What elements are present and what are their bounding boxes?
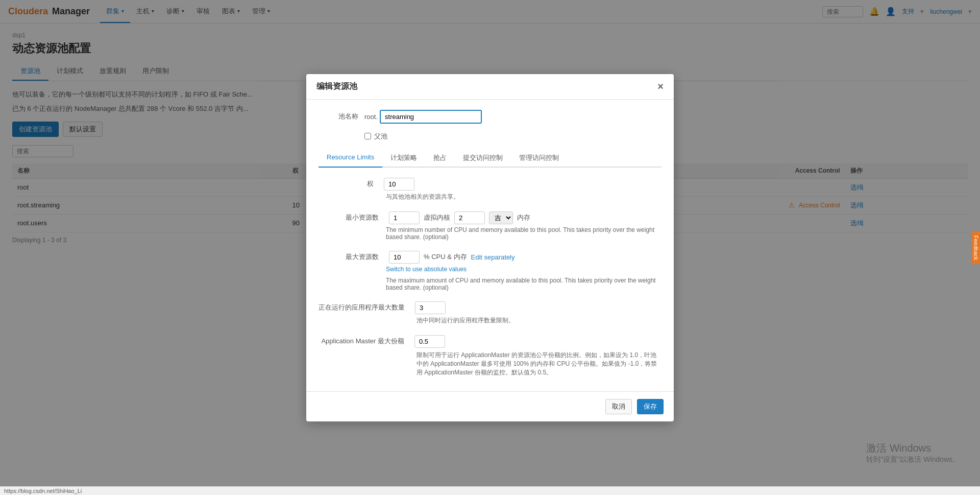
max-resources-row: 最大资源数 % CPU & 内存 Edit separately xyxy=(318,251,662,264)
max-apps-row: 正在运行的应用程序最大数量 xyxy=(318,301,662,314)
modal-footer: 取消 保存 xyxy=(306,391,674,421)
max-resources-desc: The maximum amount of CPU and memory ava… xyxy=(386,277,662,291)
feedback-tab[interactable]: Feedback xyxy=(972,231,980,264)
min-resources-label: 最小资源数 xyxy=(318,213,385,222)
cancel-button[interactable]: 取消 xyxy=(605,399,632,414)
max-apps-field: 正在运行的应用程序最大数量 池中同时运行的应用程序数量限制。 xyxy=(318,301,662,325)
modal-tab-preemption[interactable]: 抢占 xyxy=(425,149,455,168)
memory-label: 内存 xyxy=(517,213,530,222)
switch-absolute-link[interactable]: Switch to use absolute values xyxy=(386,266,662,273)
max-apps-input[interactable] xyxy=(415,301,446,314)
memory-unit-select[interactable]: 吉 兆 xyxy=(489,211,513,224)
min-resources-desc: The minimum number of CPU and memory ava… xyxy=(386,226,662,241)
parent-pool-checkbox[interactable] xyxy=(364,133,371,139)
modal-tab-admin-access[interactable]: 管理访问控制 xyxy=(511,149,567,168)
weight-input[interactable] xyxy=(384,178,414,191)
modal-close-button[interactable]: × xyxy=(657,81,664,91)
weight-row: 权 xyxy=(318,178,662,191)
max-resources-field: 最大资源数 % CPU & 内存 Edit separately Switch … xyxy=(318,251,662,291)
modal-title: 编辑资源池 xyxy=(316,81,357,92)
modal-tab-submit-access[interactable]: 提交访问控制 xyxy=(455,149,511,168)
vcores-label: 虚拟内核 xyxy=(424,213,450,222)
max-resources-input[interactable] xyxy=(389,251,420,264)
am-row: Application Master 最大份额 xyxy=(318,335,662,348)
am-input[interactable] xyxy=(414,335,445,348)
pool-name-row: 池名称 root. xyxy=(318,110,662,124)
edit-pool-modal: 编辑资源池 × 池名称 root. 父池 Resource Limits 计划策… xyxy=(306,74,674,421)
max-unit-label: % CPU & 内存 xyxy=(424,252,467,262)
am-desc: 限制可用于运行 ApplicationMaster 的资源池公平份额的比例。例如… xyxy=(416,351,662,377)
edit-separately-link[interactable]: Edit separately xyxy=(471,253,515,261)
modal-tab-plan-strategy[interactable]: 计划策略 xyxy=(382,149,425,168)
max-resources-label: 最大资源数 xyxy=(318,252,385,262)
modal-tab-resource-limits[interactable]: Resource Limits xyxy=(318,149,382,168)
max-apps-desc: 池中同时运行的应用程序数量限制。 xyxy=(416,316,662,325)
min-vcores-input[interactable] xyxy=(389,211,420,224)
parent-pool-label: 父池 xyxy=(374,132,387,141)
am-field: Application Master 最大份额 限制可用于运行 Applicat… xyxy=(318,335,662,377)
min-resources-field: 最小资源数 虚拟内核 吉 兆 内存 The minimum number of … xyxy=(318,211,662,241)
weight-label: 权 xyxy=(318,179,380,188)
weight-field: 权 与其他池相关的资源共享。 xyxy=(318,178,662,201)
max-apps-label: 正在运行的应用程序最大数量 xyxy=(318,303,411,312)
modal-tabs: Resource Limits 计划策略 抢占 提交访问控制 管理访问控制 xyxy=(318,149,662,168)
weight-desc: 与其他池相关的资源共享。 xyxy=(386,193,662,201)
am-label: Application Master 最大份额 xyxy=(318,337,410,346)
modal-body: 池名称 root. 父池 Resource Limits 计划策略 抢占 提交访… xyxy=(306,100,674,391)
min-resources-row: 最小资源数 虚拟内核 吉 兆 内存 xyxy=(318,211,662,224)
pool-name-input-row: root. xyxy=(364,110,482,124)
pool-name-label: 池名称 xyxy=(318,112,364,121)
pool-name-prefix: root. xyxy=(364,113,378,121)
modal-header: 编辑资源池 × xyxy=(306,74,674,100)
parent-pool-checkbox-row: 父池 xyxy=(364,132,662,141)
pool-name-input[interactable] xyxy=(380,110,482,124)
save-button[interactable]: 保存 xyxy=(637,399,664,414)
min-memory-input[interactable] xyxy=(454,211,485,224)
url-bar: https://blog.csdn.net/ShiHao_Li xyxy=(0,486,980,495)
